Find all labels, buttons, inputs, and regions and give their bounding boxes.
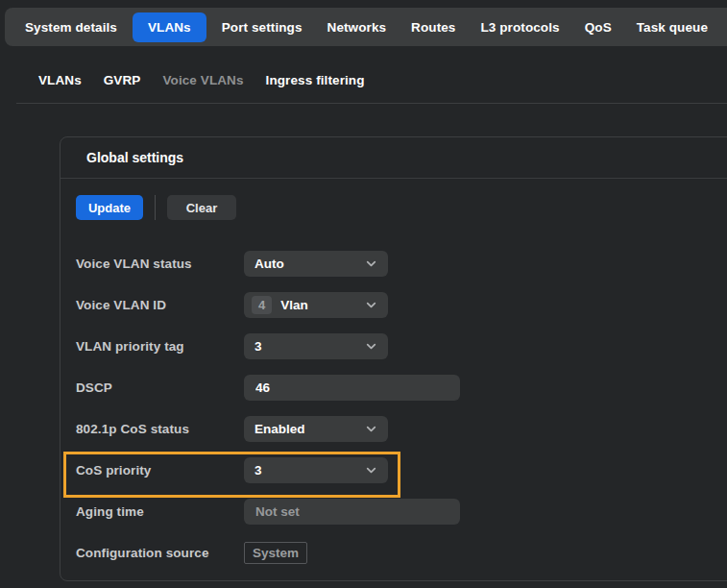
field-label: VLAN priority tag [76, 339, 244, 354]
field-row-cos-priority: CoS priority 3 [76, 457, 727, 483]
button-divider [155, 195, 156, 220]
subtab-gvrp[interactable]: GVRP [104, 73, 141, 87]
configuration-source-badge: System [244, 542, 307, 564]
tab-networks[interactable]: Networks [315, 12, 400, 42]
field-label: Configuration source [76, 546, 244, 560]
tab-routes[interactable]: Routes [399, 12, 468, 42]
panel-header: Global settings [61, 137, 727, 179]
global-settings-panel: Global settings Update Clear Voice VLAN … [60, 136, 727, 581]
dscp-input[interactable] [244, 375, 460, 401]
tab-port-settings[interactable]: Port settings [209, 12, 315, 42]
chevron-down-icon [365, 299, 377, 311]
chevron-down-icon [365, 257, 377, 270]
voice-vlan-id-select[interactable]: 4 Vlan [244, 292, 388, 318]
tab-system-details[interactable]: System details [12, 12, 130, 42]
field-row-cos-status: 802.1p CoS status Enabled [76, 416, 727, 442]
clear-button[interactable]: Clear [167, 195, 236, 220]
aging-time-input[interactable] [244, 499, 460, 525]
field-label: Voice VLAN ID [76, 298, 244, 312]
field-row-vlan-priority-tag: VLAN priority tag 3 [76, 333, 727, 359]
tab-task-queue[interactable]: Task queue [624, 12, 720, 42]
tab-vlans[interactable]: VLANs [133, 12, 206, 42]
field-row-voice-vlan-id: Voice VLAN ID 4 Vlan [76, 292, 727, 318]
field-row-dscp: DSCP [76, 375, 727, 401]
panel-title: Global settings [86, 150, 183, 165]
cos-priority-select[interactable]: 3 [244, 457, 388, 483]
field-row-aging-time: Aging time [76, 499, 727, 525]
sub-navigation: VLANs GVRP Voice VLANs Ingress filtering [38, 73, 365, 87]
subnav-divider [16, 103, 727, 104]
subtab-ingress-filtering[interactable]: Ingress filtering [266, 73, 365, 87]
voice-vlan-status-select[interactable]: Auto [244, 251, 388, 277]
chevron-down-icon [365, 340, 377, 353]
field-label: 802.1p CoS status [76, 422, 244, 436]
settings-form: Voice VLAN status Auto Voice VLAN ID 4 V… [76, 251, 727, 566]
vlan-priority-tag-select[interactable]: 3 [244, 333, 388, 359]
vlan-id-badge: 4 [252, 296, 272, 314]
field-label: Voice VLAN status [76, 257, 244, 271]
field-label: CoS priority [76, 463, 244, 478]
chevron-down-icon [365, 423, 377, 435]
cos-status-select[interactable]: Enabled [244, 416, 388, 442]
tab-qos[interactable]: QoS [572, 12, 624, 42]
field-label: DSCP [76, 380, 244, 395]
top-navigation-bar: System details VLANs Port settings Netwo… [5, 8, 727, 46]
subtab-vlans[interactable]: VLANs [38, 73, 82, 87]
update-button[interactable]: Update [76, 195, 143, 220]
chevron-down-icon [365, 464, 377, 477]
subtab-voice-vlans[interactable]: Voice VLANs [162, 73, 243, 87]
action-buttons-row: Update Clear [76, 195, 727, 220]
field-row-voice-vlan-status: Voice VLAN status Auto [76, 251, 727, 277]
panel-body: Update Clear Voice VLAN status Auto Voic… [61, 179, 727, 566]
field-row-configuration-source: Configuration source System [76, 540, 727, 566]
field-label: Aging time [76, 504, 244, 519]
tab-l3-protocols[interactable]: L3 protocols [468, 12, 571, 42]
